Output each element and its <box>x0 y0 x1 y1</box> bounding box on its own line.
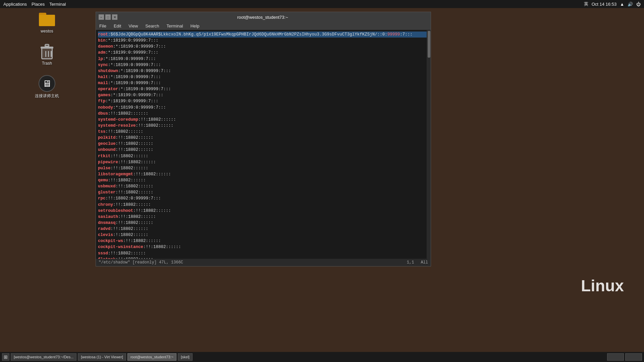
taskbar-btn-desktop[interactable]: [westos@westos_student73:~/Des... <box>11 353 76 361</box>
shadow-line-operator: operator:*:18199:0:99999:7::: <box>98 86 429 92</box>
shadow-line-games: games:*:18199:0:99999:7::: <box>98 92 429 98</box>
close-button[interactable]: ✕ <box>112 14 117 20</box>
menu-help[interactable]: Help <box>189 23 201 28</box>
terminal-title: root@westos_student73:~ <box>117 15 408 20</box>
linux-watermark: Linux <box>581 277 624 295</box>
shadow-line-rpc: rpc:!!:18802:0:99999:7::: <box>98 195 429 201</box>
shadow-line-setroubleshoot: setroubleshoot:!!:18802:::::: <box>98 208 429 214</box>
terminal-titlebar: − □ ✕ root@westos_student73:~ <box>96 12 431 22</box>
shadow-line-chrony: chrony:!!:18802:::::: <box>98 202 429 208</box>
shadow-line-cockpit-ws: cockpit-ws:!!:18802:::::: <box>98 238 429 244</box>
statusbar-right: 1,1 All <box>407 260 428 265</box>
shadow-line-saslauth: saslauth:!!:18802:::::: <box>98 214 429 220</box>
menu-search[interactable]: Search <box>144 23 160 28</box>
shadow-line-halt: halt:*:18199:0:99999:7::: <box>98 74 429 80</box>
volume-icon: 🔊 <box>628 2 633 7</box>
trash-icon <box>39 44 55 60</box>
lang-indicator: 英 <box>584 1 588 7</box>
shadow-line-ftp: ftp:*:18199:0:99999:7::: <box>98 98 429 104</box>
shadow-line-sync: sync:*:18199:0:99999:7::: <box>98 62 429 68</box>
shadow-line-geoclue: geoclue:!!:18802:::::: <box>98 141 429 147</box>
taskbar-right-buttons <box>607 353 642 361</box>
shadow-line-unbound: unbound:!!:18802:::::: <box>98 147 429 153</box>
taskbar-apps-icon[interactable]: ⊞ <box>2 353 9 361</box>
shadow-line-gluster: gluster:!!:18802:::::: <box>98 189 429 195</box>
shadow-line-rtkit: rtkit:!!:18802:::::: <box>98 153 429 159</box>
shadow-line-systemd-coredump: systemd-coredump:!!:18802:::::: <box>98 117 429 123</box>
terminal-window: − □ ✕ root@westos_student73:~ File Edit … <box>96 12 431 266</box>
terminal-content[interactable]: root:$6$JdeJQBGpQu8K4AAR$LkkcxoIN.bhKg.q… <box>96 30 431 259</box>
scrollbar-thumb[interactable] <box>428 31 430 58</box>
terminal-statusbar: "/etc/shadow" [readonly] 47L, 1366C 1,1 … <box>96 259 431 266</box>
shadow-line-daemon: daemon:*:18199:0:99999:7::: <box>98 44 429 50</box>
statusbar-position: 1,1 <box>407 260 414 265</box>
trash-label: Trash <box>42 61 52 66</box>
menu-edit[interactable]: Edit <box>112 23 122 28</box>
shadow-line-nobody: nobody:*:18199:0:99999:7::: <box>98 105 429 111</box>
shadow-line-cockpit-wsinstance: cockpit-wsinstance:!!:18802:::::: <box>98 244 429 250</box>
topbar-left: Applications Places Terminal <box>3 2 66 7</box>
shadow-line-clevis: clevis:!:18802:::::: <box>98 232 429 238</box>
taskbar-right-btn-1[interactable] <box>607 353 624 361</box>
taskbar-btn-root[interactable]: root@westos_student73:~ <box>127 353 176 361</box>
topbar: Applications Places Terminal 英 Oct 14 16… <box>0 0 644 8</box>
shadow-line-qemu: qemu:!!:18802:::::: <box>98 177 429 183</box>
shadow-line-sssd: sssd:!!:18802:::::: <box>98 250 429 256</box>
shadow-line-mail: mail:*:18199:0:99999:7::: <box>98 80 429 86</box>
shadow-line-dbus: dbus:!!:18802::::::: <box>98 111 429 117</box>
desktop-icon-connect[interactable]: 🖥 连接讲师主机 <box>35 76 59 99</box>
shadow-line-shutdown: shutdown:*:18199:0:99999:7::: <box>98 68 429 74</box>
desktop-icon-trash[interactable]: Trash <box>39 44 55 66</box>
shadow-line-usbmuxd: usbmuxd:!!:18802:::::: <box>98 183 429 189</box>
folder-icon <box>39 11 55 27</box>
shadow-line-lp: lp:*:18199:0:99999:7::: <box>98 56 429 62</box>
taskbar-right-btn-2[interactable] <box>625 353 642 361</box>
taskbar: ⊞ [westos@westos_student73:~/Des... [wes… <box>0 352 644 362</box>
wifi-icon: ▲ <box>620 2 624 7</box>
desktop: westos Trash 🖥 <box>0 8 94 352</box>
apps-menu[interactable]: Applications <box>3 2 27 7</box>
shadow-line-libstorage: libstoragemgmt:!!:18802:::::: <box>98 171 429 177</box>
desktop-icon-westos[interactable]: westos <box>39 11 55 34</box>
shadow-line-bin: bin:*:18199:0:99999:7::: <box>98 38 429 44</box>
shadow-line-radvd: radvd:!!:18802:::::: <box>98 226 429 232</box>
datetime: Oct 14 16:53 <box>592 2 616 7</box>
connect-label: 连接讲师主机 <box>35 93 59 99</box>
folder-label: westos <box>41 29 53 34</box>
topbar-right: 英 Oct 14 16:53 ▲ 🔊 ⏻ <box>584 1 641 7</box>
taskbar-btn-skel[interactable]: [skel] <box>178 353 193 361</box>
menu-file[interactable]: File <box>98 23 108 28</box>
terminal-menu[interactable]: Terminal <box>49 2 66 7</box>
minimize-button[interactable]: − <box>99 14 104 20</box>
shadow-line-polkitd: polkitd:!!:18802:::::: <box>98 135 429 141</box>
shadow-line-adm: adm:*:18199:0:99999:7::: <box>98 50 429 56</box>
shadow-line-tss: tss:!!:18802:::::: <box>98 129 429 135</box>
terminal-menubar: File Edit View Search Terminal Help <box>96 22 431 30</box>
menu-terminal[interactable]: Terminal <box>165 23 184 28</box>
shadow-line-pulse: pulse:!!:18802:::::: <box>98 165 429 171</box>
places-menu[interactable]: Places <box>32 2 45 7</box>
shadow-line-flatpak: flatpak:!!:18802:::::: <box>98 256 429 259</box>
shadow-line-root: root:$6$JdeJQBGpQu8K4AAR$LkkcxoIN.bhKg.q… <box>98 32 429 38</box>
window-controls: − □ ✕ <box>99 14 117 20</box>
connect-face-icon: 🖥 <box>42 78 52 89</box>
statusbar-file-info: "/etc/shadow" [readonly] 47L, 1366C <box>99 260 183 265</box>
shadow-line-systemd-resolve: systemd-resolve:!!:18802:::::: <box>98 123 429 129</box>
connect-icon: 🖥 <box>39 76 55 92</box>
terminal-scrollbar[interactable] <box>427 30 431 259</box>
menu-view[interactable]: View <box>127 23 139 28</box>
taskbar-btn-virt[interactable]: [westosa (1) - Virt Viewer] <box>78 353 126 361</box>
shadow-line-pipewire: pipewire:!!:18802:::::: <box>98 159 429 165</box>
statusbar-mode: All <box>421 260 428 265</box>
shadow-line-dnsmasq: dnsmasq:!!:18802:::::: <box>98 220 429 226</box>
maximize-button[interactable]: □ <box>105 14 111 20</box>
power-icon: ⏻ <box>636 2 641 7</box>
